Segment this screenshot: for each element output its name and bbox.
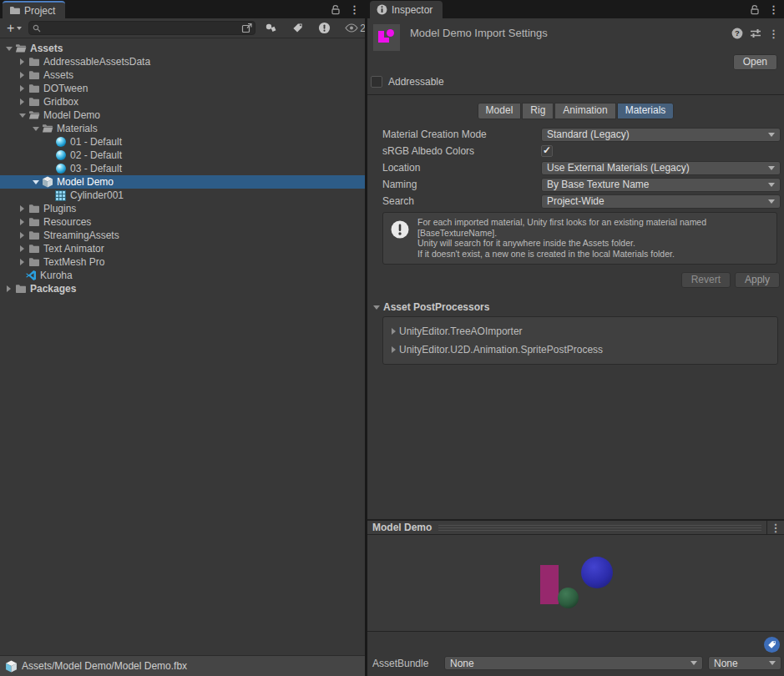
naming-dropdown[interactable]: By Base Texture Name <box>541 178 781 192</box>
tree-item-label: StreamingAssets <box>43 230 119 241</box>
srgb-albedo-checkbox[interactable] <box>541 145 553 157</box>
postprocessor-item-spritepostprocess[interactable]: UnityEditor.U2D.Animation.SpritePostProc… <box>388 341 772 359</box>
field-srgb-albedo: sRGB Albedo Colors <box>367 143 784 159</box>
unlock-icon[interactable] <box>750 4 760 15</box>
folder-icon <box>28 243 40 255</box>
asset-postprocessors-foldout[interactable]: Asset PostProcessors <box>367 300 784 315</box>
revert-button[interactable]: Revert <box>681 272 731 288</box>
tree-item-material-01[interactable]: 01 - Default <box>0 135 365 149</box>
tab-animation[interactable]: Animation <box>554 103 615 119</box>
assetbundle-tag-badge[interactable] <box>764 637 780 653</box>
tab-inspector-label: Inspector <box>392 4 432 16</box>
foldout-triangle-icon[interactable] <box>3 47 14 51</box>
foldout-triangle-icon[interactable] <box>30 127 41 131</box>
preview-header[interactable]: Model Demo ⋮ <box>367 519 784 535</box>
tree-item-label: Text Animator <box>43 243 104 255</box>
header-kebab-icon[interactable]: ⋮ <box>768 28 779 39</box>
foldout-triangle-icon[interactable] <box>17 219 28 225</box>
presets-icon[interactable] <box>750 28 761 38</box>
create-asset-button[interactable]: + <box>2 22 27 35</box>
preview-menu-button[interactable]: ⋮ <box>766 521 784 534</box>
tab-rig[interactable]: Rig <box>522 103 554 119</box>
tree-item-dotween[interactable]: DOTween <box>0 82 365 95</box>
inspector-content: Model Demo Import Settings ? ⋮ Open Addr… <box>367 18 784 519</box>
folder-icon <box>28 96 40 108</box>
model-preview-viewport[interactable] <box>367 535 784 631</box>
chevron-down-icon <box>769 661 776 665</box>
tree-item-materials-folder[interactable]: Materials <box>0 122 365 135</box>
search-icon <box>33 24 41 33</box>
help-line-3: Unity will search for it anywhere inside… <box>417 238 706 249</box>
location-dropdown[interactable]: Use External Materials (Legacy) <box>541 161 781 175</box>
tree-item-gridbox[interactable]: Gridbox <box>0 95 365 108</box>
assetbundle-dropdown[interactable]: None <box>444 656 703 670</box>
open-button[interactable]: Open <box>733 54 777 70</box>
asset-postprocessors-box: UnityEditor.TreeAOImporter UnityEditor.U… <box>382 316 778 365</box>
field-naming: Naming By Base Texture Name <box>367 176 784 193</box>
tree-item-packages[interactable]: Packages <box>0 282 365 295</box>
help-line-1: For each imported material, Unity first … <box>417 217 706 228</box>
inspector-tabstrip: Inspector ⋮ <box>367 0 784 18</box>
tab-materials[interactable]: Materials <box>617 103 675 119</box>
favorite-search-button[interactable] <box>312 20 336 37</box>
tree-item-textmesh-pro[interactable]: TextMesh Pro <box>0 255 365 269</box>
foldout-triangle-icon[interactable] <box>30 180 41 184</box>
postprocessor-item-treeao[interactable]: UnityEditor.TreeAOImporter <box>388 322 772 341</box>
tree-item-assets-sub[interactable]: Assets <box>0 68 365 82</box>
foldout-triangle-icon[interactable] <box>17 85 28 92</box>
search-by-label-button[interactable] <box>286 20 309 37</box>
search-input[interactable] <box>43 23 241 33</box>
tree-item-label: Model Demo <box>43 109 100 121</box>
tree-item-model-demo-folder[interactable]: Model Demo <box>0 108 365 122</box>
search-field[interactable] <box>28 21 255 35</box>
preview-blue-sphere <box>581 557 613 588</box>
foldout-triangle-icon[interactable] <box>17 259 28 265</box>
tab-project[interactable]: Project <box>3 1 65 18</box>
assetbundle-variant-dropdown[interactable]: None <box>708 656 781 670</box>
project-tabstrip: Project ⋮ <box>0 0 365 18</box>
tree-item-kuroha[interactable]: Kuroha <box>0 269 365 282</box>
field-location: Location Use External Materials (Legacy) <box>367 159 784 176</box>
tree-item-cylinder001[interactable]: Cylinder001 <box>0 189 365 202</box>
search-by-type-button[interactable] <box>259 20 283 37</box>
tree-item-label: DOTween <box>43 83 88 94</box>
tree-item-plugins[interactable]: Plugins <box>0 202 365 215</box>
project-menu-kebab-icon[interactable]: ⋮ <box>349 4 360 15</box>
addressable-checkbox[interactable] <box>371 76 382 88</box>
foldout-triangle-icon[interactable] <box>17 114 28 118</box>
tree-item-resources[interactable]: Resources <box>0 215 365 229</box>
addressable-row: Addressable <box>367 70 784 94</box>
foldout-triangle-icon[interactable] <box>17 98 28 105</box>
model-cube-icon <box>41 176 53 188</box>
foldout-triangle-icon[interactable] <box>17 58 28 65</box>
tree-item-material-03[interactable]: 03 - Default <box>0 162 365 175</box>
tree-item-material-02[interactable]: 02 - Default <box>0 149 365 162</box>
tab-model[interactable]: Model <box>478 103 522 119</box>
inspector-menu-kebab-icon[interactable]: ⋮ <box>768 4 779 15</box>
foldout-triangle-icon[interactable] <box>17 232 28 239</box>
foldout-triangle-icon[interactable] <box>17 245 28 252</box>
tree-item-model-demo-fbx[interactable]: Model Demo <box>0 175 365 189</box>
foldout-triangle-icon[interactable] <box>17 205 28 212</box>
material-creation-mode-dropdown[interactable]: Standard (Legacy) <box>541 128 781 142</box>
foldout-triangle-icon <box>371 305 382 310</box>
tree-item-addressableassetsdata[interactable]: AddressableAssetsData <box>0 55 365 68</box>
help-icon[interactable]: ? <box>731 28 743 39</box>
tree-item-streamingassets[interactable]: StreamingAssets <box>0 229 365 242</box>
tree-item-text-animator[interactable]: Text Animator <box>0 242 365 255</box>
foldout-triangle-icon[interactable] <box>3 285 14 292</box>
search-scope-dropdown[interactable]: Project-Wide <box>541 194 781 209</box>
field-search: Search Project-Wide <box>367 193 784 209</box>
foldout-triangle-icon[interactable] <box>388 328 399 335</box>
tree-item-label: Assets <box>43 69 73 81</box>
open-search-window-icon[interactable] <box>241 23 252 33</box>
tab-inspector[interactable]: Inspector <box>370 1 443 18</box>
foldout-triangle-icon[interactable] <box>388 346 399 353</box>
material-sphere-icon <box>54 149 67 161</box>
foldout-triangle-icon[interactable] <box>17 72 28 78</box>
unlock-icon[interactable] <box>331 4 341 15</box>
apply-button[interactable]: Apply <box>735 272 780 288</box>
tree-item-label: Plugins <box>43 203 76 214</box>
preview-drag-handle[interactable] <box>438 525 761 531</box>
tree-item-assets[interactable]: Assets <box>0 42 365 55</box>
